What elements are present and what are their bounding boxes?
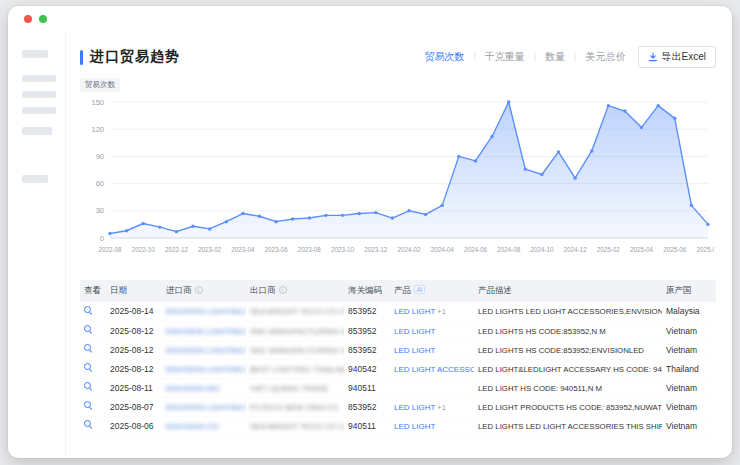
table-row[interactable]: 2025-08-12 ENVISION LIGHTING INC SNC MAN… bbox=[80, 340, 716, 359]
data-point[interactable] bbox=[457, 155, 460, 158]
data-point[interactable] bbox=[607, 104, 610, 107]
view-search-icon[interactable] bbox=[84, 363, 93, 372]
data-point[interactable] bbox=[175, 230, 178, 233]
info-icon[interactable] bbox=[279, 286, 287, 294]
data-point[interactable] bbox=[490, 135, 493, 138]
window-titlebar bbox=[8, 6, 732, 32]
data-point[interactable] bbox=[573, 176, 576, 179]
row-importer-link-redacted[interactable]: ENVISION LIGHTING INC bbox=[166, 346, 246, 355]
column-header-view: 查看 bbox=[80, 280, 106, 302]
view-search-icon[interactable] bbox=[84, 306, 93, 315]
row-country: Vietnam bbox=[666, 383, 697, 393]
x-tick-label: 2025-06 bbox=[663, 246, 687, 253]
data-point[interactable] bbox=[424, 213, 427, 216]
data-point[interactable] bbox=[291, 217, 294, 220]
sidebar-item-placeholder[interactable] bbox=[22, 107, 56, 114]
row-country: Thailand bbox=[666, 364, 699, 374]
view-search-icon[interactable] bbox=[84, 401, 93, 410]
data-point[interactable] bbox=[690, 204, 693, 207]
sidebar-item-placeholder[interactable] bbox=[22, 91, 56, 98]
y-tick-label: 0 bbox=[100, 234, 104, 243]
export-excel-button[interactable]: 导出Excel bbox=[638, 46, 716, 68]
data-point[interactable] bbox=[673, 117, 676, 120]
row-exporter-redacted[interactable]: VIET QUANG TRADE bbox=[250, 384, 328, 393]
data-point[interactable] bbox=[640, 126, 643, 129]
row-product-link[interactable]: LED LIGHT bbox=[394, 307, 435, 316]
row-importer-link-redacted[interactable]: ENVISION LIGHTING INC bbox=[166, 403, 246, 412]
row-product-link[interactable]: LED LIGHT bbox=[394, 422, 435, 431]
row-exporter-redacted[interactable]: SNC MANUFACTURING VIETNAM bbox=[250, 327, 344, 336]
data-point[interactable] bbox=[391, 216, 394, 219]
row-exporter-redacted[interactable]: PVTECH NEW VINA CO bbox=[250, 403, 338, 412]
data-point[interactable] bbox=[557, 150, 560, 153]
data-point[interactable] bbox=[623, 109, 626, 112]
row-product-link[interactable]: LED LIGHT ACCESSORY bbox=[394, 365, 474, 374]
table-row[interactable]: 2025-08-07 ENVISION LIGHTING INC PVTECH … bbox=[80, 397, 716, 416]
row-exporter-redacted[interactable]: SEA BRIGHT TECH CO LTD bbox=[250, 422, 344, 431]
data-point[interactable] bbox=[258, 215, 261, 218]
row-country: Vietnam bbox=[666, 326, 697, 336]
row-importer-link-redacted[interactable]: ENVISION CO bbox=[166, 422, 218, 431]
data-point[interactable] bbox=[407, 209, 410, 212]
window-zoom-dot[interactable] bbox=[39, 15, 47, 23]
sidebar-item-placeholder[interactable] bbox=[22, 127, 52, 135]
column-header-description: 产品描述 bbox=[474, 280, 662, 302]
table-row[interactable]: 2025-08-12 ENVISION LIGHTING INC BEST LI… bbox=[80, 359, 716, 378]
row-exporter-redacted[interactable]: BEST LIGHTING THAILAND bbox=[250, 365, 344, 374]
data-point[interactable] bbox=[208, 227, 211, 230]
data-point[interactable] bbox=[125, 229, 128, 232]
view-search-icon[interactable] bbox=[84, 344, 93, 353]
sidebar-item-placeholder[interactable] bbox=[22, 175, 48, 183]
window-close-dot[interactable] bbox=[24, 15, 32, 23]
data-point[interactable] bbox=[191, 225, 194, 228]
data-point[interactable] bbox=[108, 232, 111, 235]
row-description: LED LIGHTS LED LIGHT ACCESSORIES,ENVISIO… bbox=[478, 307, 662, 316]
row-importer-link-redacted[interactable]: ENVISION LIGHTING INC bbox=[166, 327, 246, 336]
data-point[interactable] bbox=[324, 214, 327, 217]
tab-metric-0[interactable]: 贸易次数 bbox=[425, 50, 465, 64]
row-exporter-redacted[interactable]: SNC MANUFACTURING VIETNAM bbox=[250, 346, 344, 355]
data-point[interactable] bbox=[158, 225, 161, 228]
export-excel-label: 导出Excel bbox=[662, 50, 706, 64]
info-icon[interactable] bbox=[195, 286, 203, 294]
tab-metric-2[interactable]: 数量 bbox=[545, 50, 565, 64]
data-point[interactable] bbox=[241, 212, 244, 215]
data-point[interactable] bbox=[274, 220, 277, 223]
row-hs-code: 940511 bbox=[348, 421, 376, 431]
row-importer-link-redacted[interactable]: ENVISION INC bbox=[166, 384, 220, 393]
row-country: Malaysia bbox=[666, 306, 700, 316]
data-point[interactable] bbox=[374, 211, 377, 214]
row-product-link[interactable]: LED LIGHT bbox=[394, 327, 435, 336]
column-label: 产品描述 bbox=[478, 285, 512, 295]
data-point[interactable] bbox=[540, 173, 543, 176]
column-label: 海关编码 bbox=[348, 285, 382, 295]
tab-metric-3[interactable]: 美元总价 bbox=[586, 50, 626, 64]
data-point[interactable] bbox=[590, 149, 593, 152]
row-product-link[interactable]: LED LIGHT bbox=[394, 346, 435, 355]
sidebar-item-placeholder[interactable] bbox=[22, 75, 56, 82]
data-point[interactable] bbox=[308, 216, 311, 219]
view-search-icon[interactable] bbox=[84, 420, 93, 429]
view-search-icon[interactable] bbox=[84, 382, 93, 391]
data-point[interactable] bbox=[341, 214, 344, 217]
data-point[interactable] bbox=[441, 204, 444, 207]
view-search-icon[interactable] bbox=[84, 325, 93, 334]
data-point[interactable] bbox=[225, 220, 228, 223]
row-product-link[interactable]: LED LIGHT bbox=[394, 403, 435, 412]
data-point[interactable] bbox=[507, 100, 510, 103]
table-row[interactable]: 2025-08-11 ENVISION INC VIET QUANG TRADE… bbox=[80, 378, 716, 397]
table-row[interactable]: 2025-08-06 ENVISION CO SEA BRIGHT TECH C… bbox=[80, 416, 716, 435]
data-point[interactable] bbox=[474, 159, 477, 162]
data-point[interactable] bbox=[524, 167, 527, 170]
data-point[interactable] bbox=[706, 223, 709, 226]
row-importer-link-redacted[interactable]: ENVISION LIGHTING INC bbox=[166, 365, 246, 374]
tab-metric-1[interactable]: 千克重量 bbox=[485, 50, 525, 64]
title-accent-bar bbox=[80, 50, 83, 65]
table-row[interactable]: 2025-08-14 ENVISION LIGHTING INC SEA BRI… bbox=[80, 302, 716, 321]
data-point[interactable] bbox=[142, 222, 145, 225]
data-point[interactable] bbox=[656, 104, 659, 107]
table-row[interactable]: 2025-08-12 ENVISION LIGHTING INC SNC MAN… bbox=[80, 321, 716, 340]
data-point[interactable] bbox=[357, 212, 360, 215]
row-exporter-redacted[interactable]: SEA BRIGHT TECH CO LTD bbox=[250, 307, 344, 316]
row-importer-link-redacted[interactable]: ENVISION LIGHTING INC bbox=[166, 307, 246, 316]
